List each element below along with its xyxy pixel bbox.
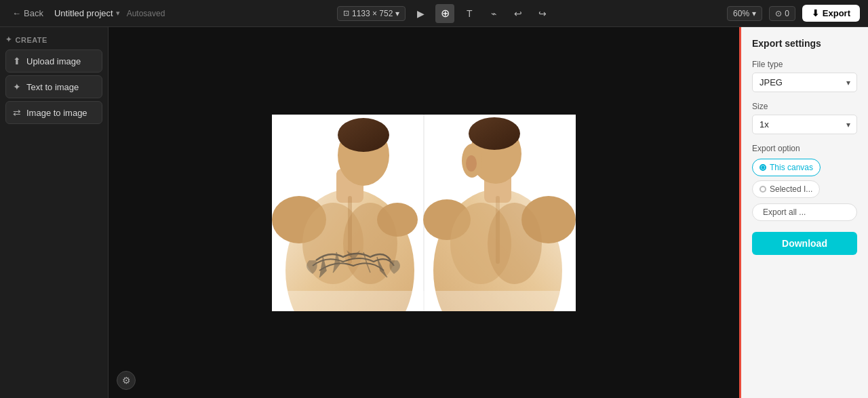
topbar: ← Back Untitled project ▾ Autosaved ⊡ 11… — [0, 0, 868, 27]
file-type-select[interactable]: JPEG PNG WebP SVG — [752, 73, 857, 92]
redo-button[interactable]: ↪ — [533, 4, 552, 23]
export-option-label: Export option — [752, 144, 857, 153]
svg-rect-20 — [496, 196, 500, 264]
sparkle-icon: ✦ — [13, 81, 21, 92]
sidebar-item-text-to-image[interactable]: ✦ Text to image — [5, 75, 102, 98]
chevron-down-icon: ▾ — [752, 9, 756, 18]
zoom-value: 60% — [733, 9, 749, 18]
selected-radio — [760, 186, 766, 193]
settings-badge[interactable]: ⚙ — [117, 371, 136, 390]
export-all-button[interactable]: Export all ... — [752, 203, 857, 221]
chevron-down-icon: ▾ — [395, 9, 399, 18]
size-select[interactable]: 0.5x 1x 2x 3x 4x — [752, 115, 857, 134]
create-section-label: ✦ Create — [5, 35, 102, 44]
svg-point-21 — [466, 155, 477, 172]
sidebar-item-label: Text to image — [26, 82, 79, 92]
chevron-down-icon: ▾ — [116, 9, 120, 18]
topbar-center: ⊡ 1133 × 752 ▾ ▶ ⊕ T ⌁ ↩ ↪ — [173, 4, 716, 23]
upload-icon: ⬆ — [13, 56, 21, 66]
file-type-field: File type JPEG PNG WebP SVG — [752, 60, 857, 92]
back-label: Back — [24, 8, 43, 18]
topbar-right: 60% ▾ ⊙ 0 ⬇ Export — [724, 5, 860, 22]
history-button[interactable]: ⊙ 0 — [769, 6, 795, 21]
sidebar-item-label: Image to image — [26, 108, 87, 118]
history-count: 0 — [785, 9, 789, 18]
download-label: Download — [782, 238, 827, 249]
back-button[interactable]: ← Back — [8, 5, 47, 21]
play-tool-button[interactable]: ▶ — [411, 4, 430, 23]
main-content: ✦ Create ⬆ Upload image ✦ Text to image … — [0, 27, 868, 398]
export-button[interactable]: ⬇ Export — [802, 5, 860, 22]
resize-icon: ⊡ — [343, 9, 349, 18]
text-tool-button[interactable]: T — [460, 4, 479, 23]
svg-point-4 — [338, 118, 389, 152]
sidebar-item-image-to-image[interactable]: ⇄ Image to image — [5, 101, 102, 124]
selected-label: Selected I... — [770, 184, 812, 194]
export-option-field: Export option This canvas Selected I... … — [752, 144, 857, 221]
export-settings-title: Export settings — [752, 38, 857, 49]
sidebar-item-upload-image[interactable]: ⬆ Upload image — [5, 49, 102, 73]
size-label: Size — [752, 102, 857, 111]
canvas-svg — [272, 115, 576, 311]
canvas-area: ⚙ — [108, 27, 739, 398]
crop-tool-button[interactable]: ⊕ — [435, 4, 454, 23]
sidebar: ✦ Create ⬆ Upload image ✦ Text to image … — [0, 27, 108, 398]
export-options: This canvas Selected I... — [752, 159, 857, 198]
pen-tool-button[interactable]: ⌁ — [484, 4, 503, 23]
plus-icon: ✦ — [5, 35, 12, 44]
canvas-image — [272, 115, 576, 311]
size-field: Size 0.5x 1x 2x 3x 4x — [752, 102, 857, 134]
canvas-size-value: 1133 × 752 — [352, 9, 393, 18]
topbar-left: ← Back Untitled project ▾ Autosaved — [8, 5, 165, 21]
zoom-selector[interactable]: 60% ▾ — [727, 6, 762, 21]
autosaved-label: Autosaved — [127, 9, 165, 18]
this-canvas-radio — [760, 164, 766, 171]
svg-point-14 — [469, 117, 520, 150]
svg-rect-23 — [424, 291, 576, 311]
selected-option[interactable]: Selected I... — [752, 180, 820, 198]
export-all-label: Export all ... — [763, 207, 806, 217]
undo-button[interactable]: ↩ — [509, 4, 528, 23]
svg-rect-22 — [272, 291, 424, 311]
download-button[interactable]: Download — [752, 232, 857, 255]
project-name[interactable]: Untitled project ▾ — [54, 8, 120, 18]
back-icon: ← — [12, 8, 21, 18]
export-settings-panel: Export settings File type JPEG PNG WebP … — [739, 27, 868, 398]
swap-icon: ⇄ — [13, 107, 21, 118]
file-type-label: File type — [752, 60, 857, 69]
this-canvas-label: This canvas — [770, 163, 813, 172]
file-type-select-wrapper[interactable]: JPEG PNG WebP SVG — [752, 73, 857, 92]
download-icon: ⬇ — [812, 8, 819, 18]
history-icon: ⊙ — [775, 9, 782, 18]
settings-icon: ⚙ — [122, 375, 131, 386]
size-select-wrapper[interactable]: 0.5x 1x 2x 3x 4x — [752, 115, 857, 134]
sidebar-item-label: Upload image — [26, 56, 81, 66]
this-canvas-option[interactable]: This canvas — [752, 159, 821, 176]
export-label: Export — [823, 8, 850, 18]
canvas-size-indicator[interactable]: ⊡ 1133 × 752 ▾ — [337, 6, 406, 21]
